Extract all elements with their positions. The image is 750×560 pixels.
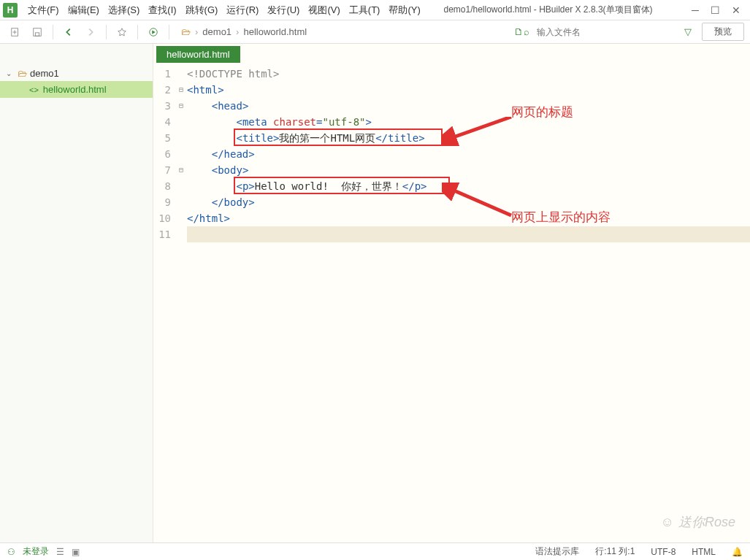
run-icon[interactable] (144, 24, 163, 40)
chevron-down-icon: ⌄ (6, 69, 15, 77)
search-input[interactable] (534, 25, 680, 39)
language-mode[interactable]: HTML (692, 547, 716, 557)
annotation-content: 网页上显示的内容 (511, 209, 611, 226)
code-lines[interactable]: <!DOCTYPE html> <html> <head> <meta char… (187, 63, 750, 542)
search-file-icon[interactable]: 🗋⌕ (514, 26, 529, 37)
breadcrumb[interactable]: 🗁 › demo1 › helloworld.html (181, 26, 307, 37)
watermark: ☺ 送你Rose (661, 513, 735, 531)
toolbar: 🗁 › demo1 › helloworld.html 🗋⌕ ▽ 预览 (0, 20, 750, 44)
maximize-icon[interactable]: ☐ (711, 5, 721, 15)
line-gutter: 1234567891011 (153, 63, 175, 542)
tree-file-item[interactable]: <> helloworld.html (0, 81, 153, 98)
fold-gutter: ⊟⊟⊟ (175, 63, 187, 542)
menu-view[interactable]: 视图(V) (304, 1, 344, 19)
menu-goto[interactable]: 跳转(G) (181, 1, 223, 19)
notification-icon[interactable]: 🔔 (732, 547, 743, 557)
tab-bar: helloworld.html (153, 44, 750, 63)
status-bar: ⚇ 未登录 ☰ ▣ 语法提示库 行:11 列:1 UTF-8 HTML 🔔 (0, 542, 750, 560)
menu-find[interactable]: 查找(I) (144, 1, 180, 19)
svg-rect-4 (35, 32, 39, 35)
title-bar: H 文件(F) 编辑(E) 选择(S) 查找(I) 跳转(G) 运行(R) 发行… (0, 0, 750, 20)
syntax-lib[interactable]: 语法提示库 (535, 545, 579, 558)
menu-edit[interactable]: 编辑(E) (64, 1, 104, 19)
save-icon[interactable] (28, 24, 47, 40)
breadcrumb-file[interactable]: helloworld.html (243, 26, 307, 37)
main-area: ⌄ 🗁 demo1 <> helloworld.html helloworld.… (0, 44, 750, 542)
project-name: demo1 (30, 68, 59, 79)
sidebar: ⌄ 🗁 demo1 <> helloworld.html (0, 44, 153, 542)
user-icon[interactable]: ⚇ (7, 547, 15, 557)
forward-icon[interactable] (81, 24, 100, 40)
annotation-title: 网页的标题 (511, 104, 573, 120)
svg-rect-3 (34, 28, 42, 36)
new-file-icon[interactable] (6, 24, 25, 40)
login-status[interactable]: 未登录 (23, 545, 49, 558)
menu-tools[interactable]: 工具(T) (345, 1, 385, 19)
filter-icon[interactable]: ▽ (684, 26, 692, 37)
folder-icon: 🗁 (18, 68, 27, 79)
menu-file[interactable]: 文件(F) (23, 1, 64, 19)
code-editor[interactable]: 1234567891011 ⊟⊟⊟ <!DOCTYPE html> <html>… (153, 63, 750, 542)
tree-file-label: helloworld.html (43, 84, 107, 95)
menu-help[interactable]: 帮助(Y) (384, 1, 424, 19)
folder-icon: 🗁 (181, 26, 191, 37)
encoding[interactable]: UTF-8 (651, 547, 676, 557)
cursor-position: 行:11 列:1 (595, 545, 635, 558)
list-icon[interactable]: ☰ (56, 547, 64, 557)
window-title: demo1/helloworld.html - HBuilder X 2.8.3… (443, 4, 652, 16)
project-tree-folder[interactable]: ⌄ 🗁 demo1 (0, 66, 153, 81)
back-icon[interactable] (59, 24, 78, 40)
preview-button[interactable]: 预览 (702, 23, 744, 41)
app-icon: H (3, 3, 18, 18)
minimize-icon[interactable]: ─ (690, 5, 700, 15)
wechat-icon: ☺ (661, 515, 674, 530)
tab-active[interactable]: helloworld.html (156, 46, 240, 63)
menu-run[interactable]: 运行(R) (222, 1, 263, 19)
breadcrumb-folder[interactable]: demo1 (202, 26, 231, 37)
close-icon[interactable]: ✕ (731, 5, 741, 15)
menu-select[interactable]: 选择(S) (104, 1, 144, 19)
editor-area: helloworld.html 1234567891011 ⊟⊟⊟ <!DOCT… (153, 44, 750, 542)
html-file-icon: <> (29, 85, 39, 94)
menu-publish[interactable]: 发行(U) (263, 1, 304, 19)
star-icon[interactable] (112, 24, 131, 40)
terminal-icon[interactable]: ▣ (72, 547, 80, 557)
